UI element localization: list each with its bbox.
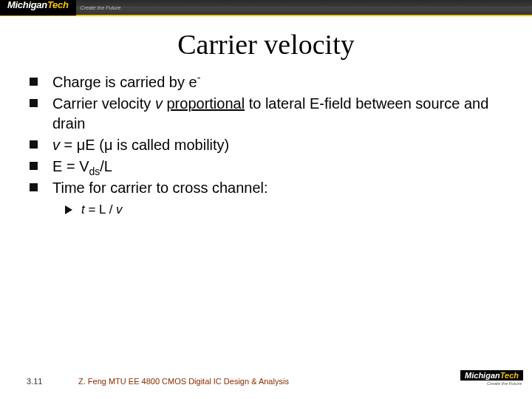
text: /L	[100, 158, 112, 174]
footer-course: Z. Feng MTU EE 4800 CMOS Digital IC Desi…	[78, 377, 289, 386]
text: E = V	[52, 158, 89, 174]
triangle-bullet-icon	[65, 205, 72, 214]
text-underline: proportional	[166, 95, 245, 112]
text: = L /	[85, 202, 116, 216]
footer-logo-michigan: Michigan	[465, 371, 500, 380]
logo-text-tech: Tech	[47, 0, 69, 10]
footer: 3.11 Z. Feng MTU EE 4800 CMOS Digital IC…	[0, 371, 532, 392]
bullet-text: Carrier velocity v proportional to later…	[52, 94, 510, 134]
sub-bullet-item: t = L / v	[65, 202, 510, 217]
bullet-text: E = Vds/L	[52, 157, 510, 177]
square-bullet-icon	[30, 78, 38, 86]
bullet-text: Time for carrier to cross channel:	[52, 178, 510, 198]
logo-text-michigan: Michigan	[7, 0, 47, 10]
bullet-item: Charge is carried by e-	[30, 72, 510, 92]
text-mu: μ	[104, 137, 113, 153]
text-sup: -	[197, 72, 201, 83]
bullet-item: v = μE (μ is called mobility)	[30, 135, 510, 155]
text-italic: v	[52, 137, 60, 153]
bullet-item: Time for carrier to cross channel:	[30, 178, 510, 198]
footer-tagline: Create the Future	[487, 381, 522, 386]
square-bullet-icon	[30, 140, 38, 149]
bullet-text: v = μE (μ is called mobility)	[52, 135, 510, 155]
content-area: Charge is carried by e- Carrier velocity…	[30, 72, 510, 217]
text: E (	[85, 137, 104, 153]
slide-title: Carrier velocity	[0, 28, 532, 61]
text: =	[60, 137, 77, 153]
header-logo: MichiganTech	[0, 0, 76, 16]
sub-bullet-text: t = L / v	[81, 202, 123, 217]
text-italic: v	[116, 202, 123, 216]
footer-logo: MichiganTech Create the Future	[460, 370, 523, 386]
bullet-text: Charge is carried by e-	[52, 72, 510, 92]
header-tagline: Create the Future	[81, 5, 121, 10]
header-bar: MichiganTech Create the Future	[0, 0, 532, 16]
text-italic: v	[155, 95, 163, 112]
page-number: 3.11	[27, 377, 71, 386]
text-mu: μ	[77, 137, 86, 153]
text: Charge is carried by e	[52, 74, 197, 90]
bullet-item: Carrier velocity v proportional to later…	[30, 94, 510, 134]
square-bullet-icon	[30, 162, 38, 170]
text: Carrier velocity	[52, 95, 155, 112]
bullet-item: E = Vds/L	[30, 157, 510, 177]
footer-logo-tech: Tech	[500, 371, 519, 380]
footer-logo-box: MichiganTech	[460, 370, 523, 381]
square-bullet-icon	[30, 99, 38, 107]
text: is called mobility)	[112, 137, 229, 153]
slide: MichiganTech Create the Future Carrier v…	[0, 0, 532, 399]
text: Time for carrier to cross channel:	[52, 180, 268, 196]
square-bullet-icon	[30, 183, 38, 191]
text-sub: ds	[89, 166, 100, 177]
